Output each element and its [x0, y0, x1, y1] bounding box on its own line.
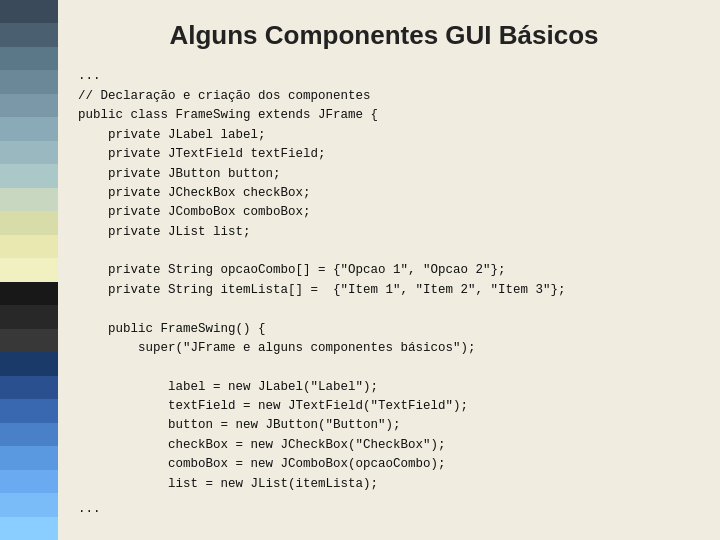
code-line-8: private JList list;: [78, 225, 251, 239]
code-line-13: public FrameSwing() {: [78, 322, 266, 336]
sidebar-color-4: [0, 70, 58, 93]
sidebar-color-17: [0, 376, 58, 399]
sidebar-color-10: [0, 211, 58, 234]
sidebar-color-20: [0, 446, 58, 469]
ellipsis-top: ...: [78, 69, 690, 83]
sidebar-color-13: [0, 282, 58, 305]
sidebar-color-9: [0, 188, 58, 211]
code-line-1: // Declaração e criação dos componentes: [78, 89, 371, 103]
sidebar-color-5: [0, 94, 58, 117]
code-line-6: private JCheckBox checkBox;: [78, 186, 311, 200]
code-line-16: label = new JLabel("Label");: [78, 380, 378, 394]
code-line-21: list = new JList(itemLista);: [78, 477, 378, 491]
sidebar-color-19: [0, 423, 58, 446]
sidebar-color-14: [0, 305, 58, 328]
slide-title: Alguns Componentes GUI Básicos: [78, 20, 690, 51]
sidebar-color-2: [0, 23, 58, 46]
sidebar-color-21: [0, 470, 58, 493]
code-line-7: private JComboBox comboBox;: [78, 205, 311, 219]
sidebar-color-23: [0, 517, 58, 540]
sidebar-color-12: [0, 258, 58, 281]
code-line-14: super("JFrame e alguns componentes básic…: [78, 341, 476, 355]
code-line-17: textField = new JTextField("TextField");: [78, 399, 468, 413]
code-line-2: public class FrameSwing extends JFrame {: [78, 108, 378, 122]
sidebar-color-22: [0, 493, 58, 516]
sidebar-color-6: [0, 117, 58, 140]
code-line-18: button = new JButton("Button");: [78, 418, 401, 432]
sidebar-color-15: [0, 329, 58, 352]
sidebar-color-11: [0, 235, 58, 258]
sidebar-color-1: [0, 0, 58, 23]
code-line-4: private JTextField textField;: [78, 147, 326, 161]
sidebar-color-18: [0, 399, 58, 422]
code-line-11: private String itemLista[] = {"Item 1", …: [78, 283, 566, 297]
code-line-19: checkBox = new JCheckBox("CheckBox");: [78, 438, 446, 452]
sidebar-color-7: [0, 141, 58, 164]
ellipsis-bottom: ...: [78, 502, 690, 516]
sidebar-color-8: [0, 164, 58, 187]
main-content: Alguns Componentes GUI Básicos ... // De…: [58, 0, 720, 540]
code-line-5: private JButton button;: [78, 167, 281, 181]
code-line-3: private JLabel label;: [78, 128, 266, 142]
sidebar-color-16: [0, 352, 58, 375]
sidebar-color-3: [0, 47, 58, 70]
code-line-20: comboBox = new JComboBox(opcaoCombo);: [78, 457, 446, 471]
sidebar: [0, 0, 58, 540]
code-block: // Declaração e criação dos componentes …: [78, 87, 690, 494]
code-line-10: private String opcaoCombo[] = {"Opcao 1"…: [78, 263, 506, 277]
